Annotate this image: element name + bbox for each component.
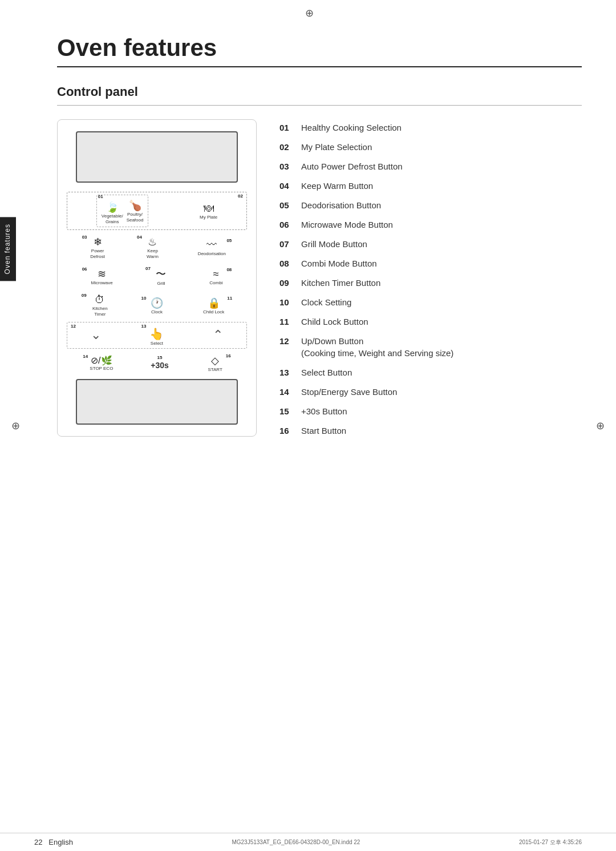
feature-text-09: Kitchen Timer Button: [301, 277, 380, 289]
title-divider: [57, 66, 582, 67]
icon-myplate: 🍽: [204, 203, 214, 215]
icon-defrost: ❄: [94, 235, 102, 248]
feature-item-10: 10 Clock Setting: [279, 296, 582, 308]
icon-keepwarm: ♨: [148, 235, 157, 248]
feature-num-06: 06: [279, 219, 301, 231]
panel-row-3: 06 ≋ Microwave 07 〜 Grill 08 ≈ Combi: [67, 264, 247, 288]
feature-item-05: 05 Deodorisation Button: [279, 199, 582, 211]
feature-text-11: Child Lock Button: [301, 316, 368, 328]
footer-date-info: 2015-01-27 오후 4:35:26: [519, 838, 582, 846]
feature-text-03: Auto Power Defrost Button: [301, 160, 403, 172]
panel-diagram: 01 🍃 Vegetable/Grains 🍗 Poultry/Seafood …: [57, 119, 257, 437]
features-list: 01 Healthy Cooking Selection 02 My Plate…: [279, 119, 582, 444]
label-deodorisation: Deodorisation: [198, 251, 226, 256]
feature-text-07: Grill Mode Button: [301, 238, 367, 250]
label-keepwarm: KeepWarm: [147, 248, 159, 259]
panel-num-01: 01: [98, 194, 103, 199]
icon-kitchentimer: ⏱: [95, 293, 105, 306]
panel-row-4: 09 ⏱ KitchenTimer 10 🕐 Clock 11 🔒 Child …: [67, 291, 247, 319]
label-poultry: Poultry/Seafood: [127, 212, 144, 223]
icon-poultry: 🍗: [129, 199, 141, 212]
icon-deodorisation: 〰: [206, 238, 217, 251]
feature-item-12: 12 Up/Down Button(Cooking time, Weight a…: [279, 335, 582, 359]
feature-item-09: 09 Kitchen Timer Button: [279, 277, 582, 289]
feature-num-14: 14: [279, 386, 301, 398]
footer-page: 22 English: [34, 838, 73, 846]
panel-num-03: 03: [82, 235, 87, 240]
panel-num-05: 05: [226, 238, 232, 243]
display-bottom: [76, 379, 238, 425]
feature-text-16: Start Button: [301, 425, 346, 437]
label-grill: Grill: [157, 281, 165, 286]
feature-item-03: 03 Auto Power Defrost Button: [279, 160, 582, 172]
feature-text-10: Clock Setting: [301, 296, 351, 308]
icon-stop-eco: ⊘/🌿: [91, 354, 112, 366]
registration-mark-left: ⊕: [11, 420, 20, 432]
label-childlock: Child Lock: [203, 309, 224, 314]
panel-row-1: 01 🍃 Vegetable/Grains 🍗 Poultry/Seafood …: [67, 192, 247, 230]
feature-num-13: 13: [279, 366, 301, 378]
feature-item-14: 14 Stop/Energy Save Button: [279, 386, 582, 398]
panel-num-10: 10: [141, 296, 146, 301]
icon-childlock: 🔒: [208, 296, 220, 309]
feature-num-15: 15: [279, 405, 301, 417]
content-area: 01 🍃 Vegetable/Grains 🍗 Poultry/Seafood …: [57, 119, 582, 444]
icon-up-arrow: ⌄: [91, 328, 101, 342]
feature-num-01: 01: [279, 122, 301, 134]
feature-num-10: 10: [279, 296, 301, 308]
icon-select: 👆: [149, 325, 164, 341]
feature-num-09: 09: [279, 277, 301, 289]
label-myplate: My Plate: [200, 215, 217, 220]
label-defrost: PowerDefrost: [90, 248, 105, 259]
footer: 22 English MG23J5133AT_EG_DE66-04328D-00…: [0, 833, 616, 851]
feature-text-15: +30s Button: [301, 405, 347, 417]
panel-num-15: 15: [157, 355, 163, 360]
feature-item-11: 11 Child Lock Button: [279, 316, 582, 328]
feature-text-12: Up/Down Button(Cooking time, Weight and …: [301, 335, 453, 359]
feature-num-07: 07: [279, 238, 301, 250]
label-clock: Clock: [151, 309, 163, 314]
icon-start: ◇: [211, 353, 219, 367]
panel-num-13: 13: [141, 324, 146, 329]
side-tab: Oven features: [0, 217, 16, 281]
btn-down: ⌃: [213, 328, 223, 342]
label-kitchentimer: KitchenTimer: [92, 306, 108, 317]
registration-mark-right: ⊕: [596, 420, 605, 432]
feature-num-16: 16: [279, 425, 301, 437]
panel-row-6: 14 ⊘/🌿 STOP ECO 15 +30s 16 ◇ START: [67, 351, 247, 374]
feature-text-04: Keep Warm Button: [301, 180, 373, 192]
icon-down-arrow: ⌃: [213, 328, 223, 342]
label-select: Select: [151, 341, 163, 346]
icon-combi: ≈: [213, 267, 219, 280]
feature-num-11: 11: [279, 316, 301, 328]
panel-num-16: 16: [226, 353, 231, 358]
panel-num-12: 12: [71, 324, 76, 329]
panel-num-06: 06: [82, 267, 87, 272]
page-title: Oven features: [57, 34, 582, 62]
section-title: Control panel: [57, 84, 582, 99]
icon-grill: 〜: [156, 266, 166, 281]
label-vegetable: Vegetable/Grains: [102, 213, 123, 224]
feature-num-05: 05: [279, 199, 301, 211]
panel-num-08: 08: [226, 267, 232, 272]
icon-vegetable: 🍃: [106, 201, 119, 213]
btn-up: ⌄: [91, 328, 101, 342]
feature-num-03: 03: [279, 160, 301, 172]
feature-num-08: 08: [279, 257, 301, 269]
feature-item-08: 08 Combi Mode Button: [279, 257, 582, 269]
registration-mark-top: ⊕: [305, 7, 314, 19]
icon-clock: 🕐: [151, 296, 163, 309]
panel-num-02: 02: [238, 193, 243, 199]
panel-row-2: 03 ❄ PowerDefrost 04 ♨ KeepWarm 05 〰 Deo…: [67, 232, 247, 261]
label-stop-eco: STOP ECO: [90, 366, 113, 371]
feature-item-07: 07 Grill Mode Button: [279, 238, 582, 250]
feature-text-06: Microwave Mode Button: [301, 219, 393, 231]
feature-text-05: Deodorisation Button: [301, 199, 381, 211]
panel-row-5: 12 ⌄ 13 👆 Select ⌃: [67, 322, 247, 349]
feature-item-04: 04 Keep Warm Button: [279, 180, 582, 192]
feature-item-02: 02 My Plate Selection: [279, 141, 582, 153]
feature-text-08: Combi Mode Button: [301, 257, 377, 269]
feature-text-13: Select Button: [301, 366, 352, 378]
feature-text-14: Stop/Energy Save Button: [301, 386, 397, 398]
feature-item-13: 13 Select Button: [279, 366, 582, 378]
